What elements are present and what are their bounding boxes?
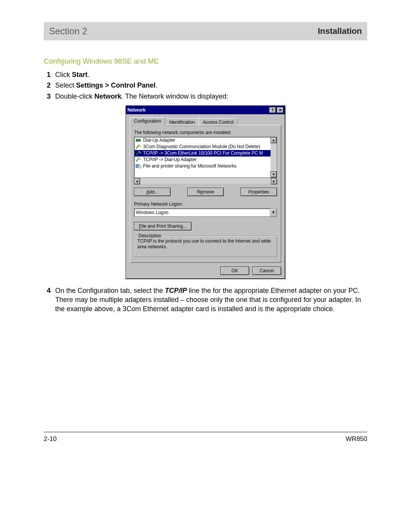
list-item-label: 3Com Diagnostic Communciation Module (Do… xyxy=(143,144,260,149)
scroll-up-button[interactable]: ▲ xyxy=(271,137,277,143)
file-print-sharing-button[interactable]: File and Print Sharing... xyxy=(134,222,191,230)
horizontal-scrollbar[interactable]: ◄ ► xyxy=(134,178,277,184)
step-num: 3 xyxy=(47,92,55,101)
list-item[interactable]: TCP/IP -> Dial-Up Adapter xyxy=(134,157,271,163)
step-3: 3 Double-click Network. The Network wind… xyxy=(47,92,367,101)
step-text: On the Configuration tab, select the TCP… xyxy=(55,286,367,314)
tab-configuration[interactable]: Configuration xyxy=(130,117,165,125)
installed-label: The following network components are ins… xyxy=(134,130,277,135)
step-list-cont: 4 On the Configuration tab, select the T… xyxy=(44,286,367,314)
components-listbox[interactable]: Dial-Up Adapter 3Com Diagnostic Communci… xyxy=(134,137,277,184)
list-item-label: Dial-Up Adapter xyxy=(143,137,175,143)
page-number: 2-10 xyxy=(44,435,57,443)
model-number: WR850 xyxy=(346,435,367,443)
list-item[interactable]: 3Com Diagnostic Communciation Module (Do… xyxy=(134,144,271,150)
dialog-title: Network xyxy=(127,107,145,113)
step-text: Select Settings > Control Panel. xyxy=(55,81,367,90)
page-footer: 2-10 WR850 xyxy=(44,432,367,443)
titlebar[interactable]: Network ? ✕ xyxy=(126,106,285,114)
step-num: 2 xyxy=(47,81,55,90)
svg-line-3 xyxy=(139,145,141,147)
svg-rect-9 xyxy=(138,166,141,168)
help-button[interactable]: ? xyxy=(269,107,276,113)
step-1: 1 Click Start. xyxy=(47,70,367,79)
step-2: 2 Select Settings > Control Panel. xyxy=(47,81,367,90)
subheading: Configuring Windows 98SE and ME xyxy=(44,57,367,66)
scroll-left-button[interactable]: ◄ xyxy=(134,178,140,184)
step-4: 4 On the Configuration tab, select the T… xyxy=(47,286,367,314)
properties-button[interactable]: Properties xyxy=(241,188,277,196)
chapter-title: Installation xyxy=(318,26,362,36)
dialog-screenshot: Network ? ✕ Configuration Identification… xyxy=(44,105,367,279)
network-dialog: Network ? ✕ Configuration Identification… xyxy=(126,105,285,279)
list-item-label: TCP/IP -> Dial-Up Adapter xyxy=(143,157,197,162)
add-button[interactable]: Add... xyxy=(134,188,170,196)
ok-button[interactable]: OK xyxy=(220,267,249,275)
description-legend: Description xyxy=(137,233,162,238)
cancel-button[interactable]: Cancel xyxy=(252,267,281,275)
step-text: Click Start. xyxy=(55,70,367,79)
description-fieldset: Description TCP/IP is the protocol you u… xyxy=(134,236,277,257)
step-list: 1 Click Start. 2 Select Settings > Contr… xyxy=(44,70,367,101)
step-num: 4 xyxy=(47,286,55,314)
section-label: Section 2 xyxy=(49,26,87,37)
protocol-icon xyxy=(135,144,142,149)
logon-dropdown[interactable]: Windows Logon ▼ xyxy=(134,208,277,217)
list-item-selected[interactable]: TCP/IP -> 3Com EtherLink 10/100 PCI For … xyxy=(134,150,271,157)
vertical-scrollbar[interactable]: ▲ ▼ xyxy=(271,137,277,177)
chevron-down-icon[interactable]: ▼ xyxy=(270,209,277,216)
list-item[interactable]: Dial-Up Adapter xyxy=(134,137,271,144)
svg-line-5 xyxy=(139,151,141,153)
page-header: Section 2 Installation xyxy=(44,22,367,40)
tab-panel: The following network components are ins… xyxy=(130,125,281,263)
scroll-down-button[interactable]: ▼ xyxy=(271,171,277,177)
protocol-icon xyxy=(135,157,142,162)
logon-label: Primary Network Logon: xyxy=(134,201,277,207)
close-button[interactable]: ✕ xyxy=(277,107,284,113)
description-text: TCP/IP is the protocol you use to connec… xyxy=(137,238,274,250)
remove-button[interactable]: Remove xyxy=(187,188,224,196)
list-item-label: TCP/IP -> 3Com EtherLink 10/100 PCI For … xyxy=(143,150,263,156)
adapter-icon xyxy=(135,137,142,143)
svg-rect-0 xyxy=(136,139,140,142)
step-text: Double-click Network. The Network window… xyxy=(55,92,367,101)
logon-value: Windows Logon xyxy=(134,209,270,216)
service-icon xyxy=(135,163,142,169)
svg-rect-1 xyxy=(140,139,141,141)
tab-strip: Configuration Identification Access Cont… xyxy=(130,117,281,125)
svg-line-7 xyxy=(139,158,141,160)
list-item[interactable]: File and printer sharing for Microsoft N… xyxy=(134,163,271,169)
scroll-right-button[interactable]: ► xyxy=(271,178,277,184)
protocol-icon xyxy=(135,150,142,156)
step-num: 1 xyxy=(47,70,55,79)
list-item-label: File and printer sharing for Microsoft N… xyxy=(143,163,236,169)
